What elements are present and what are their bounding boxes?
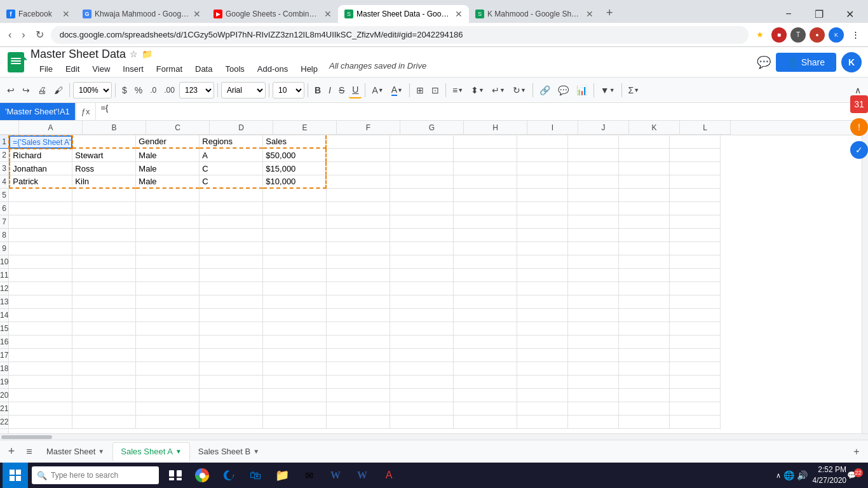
cell-K22[interactable] <box>619 416 670 429</box>
cell-L9[interactable] <box>670 242 721 255</box>
row-header-16[interactable]: 16 <box>0 336 8 349</box>
cell-G9[interactable] <box>390 242 454 255</box>
cell-J17[interactable] <box>568 349 619 362</box>
cell-E8[interactable] <box>263 229 327 242</box>
cell-L18[interactable] <box>670 362 721 376</box>
row-header-20[interactable]: 20 <box>0 389 8 402</box>
cell-L7[interactable] <box>670 215 721 229</box>
decimal-inc-button[interactable]: .00 <box>161 83 178 97</box>
cell-J11[interactable] <box>568 269 619 282</box>
taskbar-search-input[interactable] <box>51 471 153 480</box>
row-header-9[interactable]: 9 <box>0 242 8 255</box>
col-header-G[interactable]: G <box>400 121 464 135</box>
browser-tab-facebook[interactable]: f Facebook ✕ <box>0 5 76 23</box>
cell-H19[interactable] <box>454 376 517 389</box>
cell-B15[interactable] <box>72 322 136 336</box>
col-header-E[interactable]: E <box>273 121 337 135</box>
cell-J4[interactable] <box>568 175 619 189</box>
row-header-12[interactable]: 12 <box>0 282 8 295</box>
merge-button[interactable]: ⊡ <box>428 83 442 98</box>
row-header-10[interactable]: 10 <box>0 255 8 269</box>
cell-A13[interactable] <box>9 295 72 309</box>
cell-E4[interactable]: $10,000 <box>263 175 327 189</box>
cell-E6[interactable] <box>263 202 327 215</box>
cell-D12[interactable] <box>200 282 263 295</box>
cell-H14[interactable] <box>454 309 517 322</box>
chrome-taskbar-icon[interactable] <box>189 463 215 488</box>
row-header-11[interactable]: 11 <box>0 269 8 282</box>
notification-button[interactable]: 💬 22 <box>846 463 865 488</box>
font-size-select[interactable]: 10 <box>273 82 304 98</box>
cell-G10[interactable] <box>390 255 454 269</box>
col-header-B[interactable]: B <box>83 121 146 135</box>
cell-H1[interactable] <box>454 135 517 149</box>
cell-H3[interactable] <box>454 162 517 175</box>
vertical-scrollbar[interactable] <box>862 121 868 433</box>
cell-I5[interactable] <box>517 189 568 202</box>
cell-B14[interactable] <box>72 309 136 322</box>
cell-D21[interactable] <box>200 402 263 416</box>
menu-view[interactable]: View <box>86 61 116 77</box>
cell-K14[interactable] <box>619 309 670 322</box>
cell-K1[interactable] <box>619 135 670 149</box>
cell-C12[interactable] <box>136 282 200 295</box>
row-header-17[interactable]: 17 <box>0 349 8 362</box>
settings-icon[interactable]: ⋮ <box>848 27 863 43</box>
cell-C17[interactable] <box>136 349 200 362</box>
cell-L21[interactable] <box>670 402 721 416</box>
maximize-button[interactable]: ❐ <box>804 5 834 23</box>
ext-icon-1[interactable]: ■ <box>771 27 787 43</box>
cell-L19[interactable] <box>670 376 721 389</box>
cell-reference-box[interactable]: 'Master Sheet'!A1 <box>0 103 76 120</box>
browser-tab-youtube[interactable]: ▶ Google Sheets - Combine Dat... ✕ <box>207 5 338 23</box>
cell-D4[interactable]: C <box>200 175 263 189</box>
cell-B10[interactable] <box>72 255 136 269</box>
cell-H15[interactable] <box>454 322 517 336</box>
cell-K8[interactable] <box>619 229 670 242</box>
refresh-button[interactable]: ↻ <box>32 26 47 43</box>
cell-H4[interactable] <box>454 175 517 189</box>
cell-F22[interactable] <box>327 416 390 429</box>
cell-B12[interactable] <box>72 282 136 295</box>
cell-A19[interactable] <box>9 376 72 389</box>
cell-E13[interactable] <box>263 295 327 309</box>
browser-tab-gdrive[interactable]: G Khwaja Mahmood - Google D... ✕ <box>76 5 207 23</box>
cell-C9[interactable] <box>136 242 200 255</box>
menu-file[interactable]: File <box>33 61 59 77</box>
sheet-tab-sales-b-arrow[interactable]: ▼ <box>253 448 259 455</box>
cell-B8[interactable] <box>72 229 136 242</box>
acrobat-taskbar-icon[interactable]: A <box>376 463 402 488</box>
cell-A1[interactable]: ={'Sales Sheet A'!A2:E4 <box>9 135 72 149</box>
cell-I15[interactable] <box>517 322 568 336</box>
cell-F13[interactable] <box>327 295 390 309</box>
word2-taskbar-icon[interactable]: W <box>349 463 375 488</box>
cell-I18[interactable] <box>517 362 568 376</box>
sheet-tab-master[interactable]: Master Sheet ▼ <box>38 442 112 461</box>
sheet-tab-sales-b[interactable]: Sales Sheet B ▼ <box>190 442 268 461</box>
cell-H8[interactable] <box>454 229 517 242</box>
row-header-5[interactable]: 5 <box>0 189 8 202</box>
cell-F1[interactable] <box>327 135 390 149</box>
cell-K11[interactable] <box>619 269 670 282</box>
cell-C6[interactable] <box>136 202 200 215</box>
cell-L5[interactable] <box>670 189 721 202</box>
row-header-4[interactable]: 4 <box>0 175 8 189</box>
cell-B5[interactable] <box>72 189 136 202</box>
cell-E11[interactable] <box>263 269 327 282</box>
cell-F21[interactable] <box>327 402 390 416</box>
cell-G18[interactable] <box>390 362 454 376</box>
cell-L2[interactable] <box>670 149 721 162</box>
cell-J19[interactable] <box>568 376 619 389</box>
zoom-select[interactable]: 100% <box>73 82 112 98</box>
side-notif-1[interactable]: 31 <box>850 95 868 113</box>
cell-G7[interactable] <box>390 215 454 229</box>
cell-G13[interactable] <box>390 295 454 309</box>
cell-H2[interactable] <box>454 149 517 162</box>
cell-D8[interactable] <box>200 229 263 242</box>
start-button[interactable] <box>3 463 28 488</box>
cell-I20[interactable] <box>517 389 568 402</box>
cell-F5[interactable] <box>327 189 390 202</box>
cell-C16[interactable] <box>136 336 200 349</box>
row-header-18[interactable]: 18 <box>0 362 8 376</box>
col-header-D[interactable]: D <box>210 121 273 135</box>
